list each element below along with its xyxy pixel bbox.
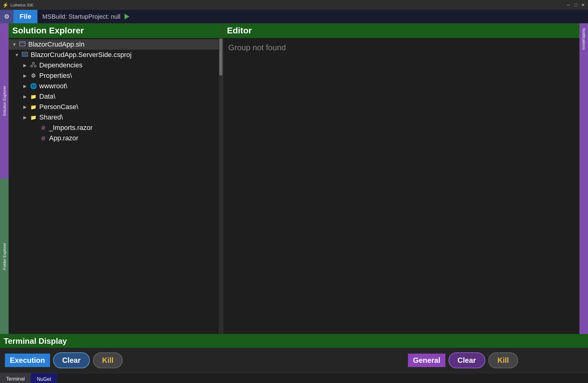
sidebar-item-solution-explorer[interactable]: Solution Explorer [0,23,9,179]
terminal-tabs: Terminal NuGet [0,373,588,383]
razor-at-icon: @ [40,125,47,130]
tab-terminal[interactable]: Terminal [0,373,31,383]
main-content: Solution Explorer Folder Explorer Soluti… [0,23,588,334]
chevron-icon: ▼ [12,42,17,47]
editor-content: Group not found [223,38,579,334]
title-bar: ⚡ Luthetus IDE ─ □ ✕ [0,0,588,10]
svg-rect-2 [22,52,28,56]
tree-item-wwwroot[interactable]: ▶ 🌐 wwwroot\ [9,81,223,91]
chevron-icon: ▼ [15,52,19,57]
tree-item-csproj[interactable]: ▼ BlazorCrudApp.ServerSide.csproj [9,50,223,60]
tree-item-personcase[interactable]: ▶ 📁 PersonCase\ [9,102,223,112]
tab-nuget[interactable]: NuGet [31,373,57,383]
tree-item-app-razor[interactable]: ▶ @ App.razor [9,133,223,143]
personcase-label: PersonCase\ [39,103,78,111]
kill-execution-button[interactable]: Kill [93,352,123,368]
chevron-icon: ▶ [23,84,28,89]
folder-icon: 📁 [30,94,37,100]
app-razor-label: App.razor [49,134,78,142]
wwwroot-label: wwwroot\ [39,82,67,90]
svg-line-11 [33,64,35,65]
solution-explorer-panel: Solution Explorer ▼ BlazorCrudApp.sln ▼ [9,23,223,334]
sln-label: BlazorCrudApp.sln [28,40,84,48]
data-label: Data\ [39,93,56,100]
sidebar-item-folder-explorer[interactable]: Folder Explorer [0,179,9,334]
run-icon [125,14,129,19]
general-label: General [408,354,445,367]
svg-rect-0 [20,42,25,46]
title-bar-controls: ─ □ ✕ [566,2,586,7]
editor-header: Editor [223,23,579,38]
maximize-button[interactable]: □ [573,2,578,7]
svg-point-8 [31,65,33,67]
scrollbar-thumb[interactable] [219,39,222,75]
svg-point-9 [34,65,36,67]
app-title: Luthetus IDE [10,3,33,7]
terminal-header: Terminal Display [0,335,588,348]
general-section: General Clear Kill [408,352,518,368]
chevron-icon: ▶ [23,73,28,78]
folder-icon: 📁 [30,104,37,110]
globe-icon: 🌐 [30,83,37,89]
kill-general-button[interactable]: Kill [488,352,518,368]
sln-icon [19,41,26,48]
tree-item-imports[interactable]: ▶ @ _Imports.razor [9,123,223,133]
tree-item-properties[interactable]: ▶ ⚙ Properties\ [9,70,223,81]
app-logo-icon: ⚡ [2,2,9,8]
clear-execution-button[interactable]: Clear [53,352,90,368]
terminal-controls: Execution Clear Kill General Clear Kill [0,348,588,373]
execution-section: Execution Clear Kill [5,352,123,368]
solution-explorer-header: Solution Explorer [9,23,223,38]
csproj-label: BlazorCrudApp.ServerSide.csproj [31,51,132,59]
terminal-area: Terminal Display Execution Clear Kill Ge… [0,334,588,383]
svg-point-7 [33,62,34,64]
imports-label: _Imports.razor [49,124,93,132]
editor-message: Group not found [228,43,286,52]
title-bar-left: ⚡ Luthetus IDE [2,2,33,8]
minimize-button[interactable]: ─ [566,2,571,7]
chevron-icon: ▶ [23,94,28,99]
tree-item-data[interactable]: ▶ 📁 Data\ [9,91,223,102]
close-button[interactable]: ✕ [581,2,586,7]
properties-label: Properties\ [39,72,72,80]
folder-icon: 📁 [30,115,37,120]
tree-item-shared[interactable]: ▶ 📁 Shared\ [9,112,223,123]
notifications-sidebar: Notifications [579,23,588,334]
csproj-icon [21,52,28,58]
gear-button[interactable]: ⚙ [0,10,13,23]
chevron-icon: ▶ [23,115,28,120]
svg-line-10 [32,64,33,65]
editor-panel: Editor Group not found [223,23,579,334]
tree-item-sln[interactable]: ▼ BlazorCrudApp.sln [9,39,223,50]
chevron-icon: ▶ [23,104,28,109]
shared-label: Shared\ [39,113,63,121]
file-menu-button[interactable]: File [13,10,37,23]
execution-label: Execution [5,354,50,367]
gear-folder-icon: ⚙ [30,72,37,79]
project-label: MSBuild: StartupProject: null [37,13,136,20]
notifications-tab[interactable]: Notifications [580,26,587,52]
sidebar-tabs: Solution Explorer Folder Explorer [0,23,9,334]
dependencies-label: Dependencies [39,61,83,69]
gear-icon: ⚙ [4,13,10,20]
chevron-icon: ▶ [23,63,28,68]
menu-bar: ⚙ File MSBuild: StartupProject: null [0,10,588,23]
razor-at-icon: @ [40,136,47,141]
deps-icon [30,62,37,69]
scrollbar[interactable] [219,38,223,334]
clear-general-button[interactable]: Clear [448,352,485,368]
run-button[interactable] [123,13,131,20]
solution-explorer-content: ▼ BlazorCrudApp.sln ▼ [9,38,223,334]
tree-item-dependencies[interactable]: ▶ Dependencies [9,60,223,70]
